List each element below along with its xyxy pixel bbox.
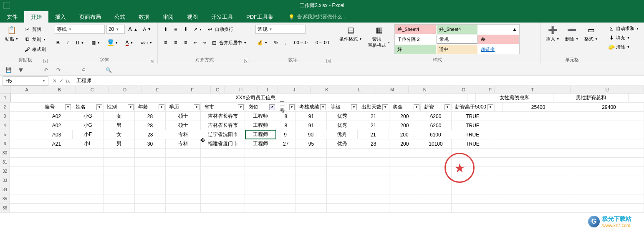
col-header[interactable]: A xyxy=(10,86,43,93)
row-header[interactable]: 4 xyxy=(0,121,10,130)
cell[interactable] xyxy=(502,204,574,212)
cell[interactable] xyxy=(245,149,276,157)
cell[interactable]: 21 xyxy=(358,112,389,121)
cell[interactable] xyxy=(10,158,41,166)
select-all-corner[interactable] xyxy=(0,86,10,93)
cell[interactable] xyxy=(494,167,502,176)
tab-layout[interactable]: 页面布局 xyxy=(73,11,108,23)
cell[interactable] xyxy=(10,176,41,185)
cell[interactable] xyxy=(72,149,104,157)
cell[interactable] xyxy=(166,167,201,176)
cell[interactable] xyxy=(276,204,296,212)
col-header[interactable]: C xyxy=(76,86,109,93)
cell[interactable]: 6100 xyxy=(420,130,452,139)
font-color-button[interactable]: A▼ xyxy=(124,39,135,47)
cell[interactable] xyxy=(358,158,389,166)
cell[interactable] xyxy=(494,112,502,121)
cell[interactable]: 优秀 xyxy=(327,121,358,130)
tab-view[interactable]: 视图 xyxy=(180,11,205,23)
cell[interactable] xyxy=(502,176,574,185)
summary-header-female[interactable]: 女性薪资总和 xyxy=(476,93,553,102)
cell[interactable] xyxy=(72,158,104,166)
cell[interactable] xyxy=(10,194,41,203)
cell[interactable]: 30 xyxy=(135,139,166,148)
cell[interactable] xyxy=(245,158,276,166)
col-header[interactable]: E xyxy=(141,86,174,93)
filter-dropdown-icon[interactable]: ▾ xyxy=(128,104,134,110)
row-header[interactable]: 30 xyxy=(0,149,10,157)
cell[interactable] xyxy=(389,167,421,176)
cell[interactable]: 辽宁省沈阳市 xyxy=(201,130,245,139)
cell[interactable] xyxy=(276,149,296,157)
align-right-button[interactable]: ≡ xyxy=(181,38,190,47)
cell[interactable] xyxy=(574,139,644,148)
cell[interactable]: 优秀 xyxy=(327,112,358,121)
cell[interactable] xyxy=(10,112,41,121)
cell[interactable] xyxy=(104,158,135,166)
tab-file[interactable]: 文件 xyxy=(0,11,24,23)
cell[interactable] xyxy=(494,121,502,130)
cell[interactable] xyxy=(276,194,296,203)
italic-button[interactable]: I xyxy=(66,39,70,46)
cell[interactable]: 8 xyxy=(276,112,296,121)
conditional-format-button[interactable]: ▤条件格式▼ xyxy=(338,24,364,54)
cell[interactable] xyxy=(296,176,327,185)
cell[interactable] xyxy=(574,158,644,166)
cell[interactable] xyxy=(296,185,327,194)
percent-button[interactable]: % xyxy=(273,39,280,46)
paste-button[interactable]: 📋 粘贴▼ xyxy=(3,24,20,54)
filter-dropdown-icon[interactable]: ▾ xyxy=(159,104,164,110)
cell[interactable] xyxy=(574,149,644,157)
cell-styles-gallery[interactable]: 差_Sheet4 好_Sheet4 千位分隔 2 常规 ▲ 差 好 适中 超链接 xyxy=(394,24,520,54)
cell[interactable]: 200 xyxy=(389,112,421,121)
style-bad2[interactable]: 差 xyxy=(478,35,519,44)
filter-active-icon[interactable]: ⧩ xyxy=(269,104,275,110)
fill-color-button[interactable]: 🪣▼ xyxy=(106,38,120,47)
cell[interactable]: 工程师 xyxy=(245,112,276,121)
cell[interactable] xyxy=(10,130,41,139)
filter-header[interactable]: 薪资▾ xyxy=(421,103,452,111)
format-painter-button[interactable]: 🖌格式刷 xyxy=(23,44,48,54)
cell[interactable] xyxy=(574,130,644,139)
cell[interactable]: 小L xyxy=(72,139,104,148)
tell-me[interactable]: 💡告诉我您想要做什么... xyxy=(288,11,346,23)
cell[interactable]: 9 xyxy=(276,130,295,139)
save-button[interactable]: 💾 xyxy=(4,66,13,74)
cell[interactable] xyxy=(389,158,421,166)
cell[interactable] xyxy=(574,194,644,203)
cell[interactable] xyxy=(296,158,327,166)
spreadsheet-grid[interactable]: A B C D E F G H I J K L M N O P T U 1 XX… xyxy=(0,86,644,213)
fill-button[interactable]: ⬇填充▼ xyxy=(606,33,641,42)
cell[interactable] xyxy=(296,194,327,203)
filter-dropdown-icon[interactable]: ▾ xyxy=(487,104,493,110)
cell[interactable]: 硕士 xyxy=(166,112,201,121)
cell[interactable]: 8 xyxy=(276,121,296,130)
style-link[interactable]: 超链接 xyxy=(478,45,519,54)
cell[interactable] xyxy=(104,176,135,185)
summary-value-female[interactable]: 25400 xyxy=(503,103,574,111)
col-header[interactable]: B xyxy=(43,86,76,93)
col-header[interactable]: F xyxy=(174,86,211,93)
cell[interactable] xyxy=(166,194,201,203)
cell[interactable] xyxy=(574,121,644,130)
formula-input[interactable]: 工程师 xyxy=(74,77,644,84)
cell[interactable] xyxy=(494,176,502,185)
cell[interactable] xyxy=(502,149,574,157)
filter-header[interactable]: 等级▾ xyxy=(327,103,359,111)
cell[interactable] xyxy=(327,204,358,212)
cell[interactable]: 6200 xyxy=(420,112,452,121)
filter-header[interactable]: 学历▾ xyxy=(166,103,201,111)
currency-button[interactable]: 💰▼ xyxy=(255,39,269,46)
filter-header[interactable]: 出勤天数▾ xyxy=(358,103,389,111)
cell[interactable] xyxy=(389,149,421,157)
fx-button[interactable]: fx xyxy=(66,78,70,84)
insert-cells-button[interactable]: ➕插入▼ xyxy=(544,24,561,43)
cell[interactable] xyxy=(502,194,574,203)
cell[interactable] xyxy=(494,139,502,148)
border-button[interactable]: ▦▼ xyxy=(90,39,102,46)
summary-value-male[interactable]: 29400 xyxy=(574,103,644,111)
cell[interactable] xyxy=(358,204,389,212)
col-header[interactable]: U xyxy=(571,86,644,93)
cell[interactable] xyxy=(41,185,73,194)
cell[interactable] xyxy=(420,185,452,194)
